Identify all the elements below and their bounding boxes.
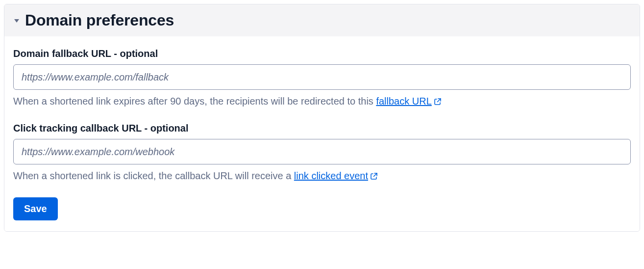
callback-url-help-link[interactable]: link clicked event xyxy=(294,170,378,181)
external-link-icon xyxy=(370,171,378,183)
svg-marker-0 xyxy=(14,19,19,23)
panel-header[interactable]: Domain preferences xyxy=(4,4,640,36)
panel-body: Domain fallback URL - optional When a sh… xyxy=(4,36,640,231)
callback-url-input[interactable] xyxy=(13,139,631,164)
panel-title: Domain preferences xyxy=(25,11,174,29)
fallback-url-label: Domain fallback URL - optional xyxy=(13,48,631,59)
domain-preferences-panel: Domain preferences Domain fallback URL -… xyxy=(4,4,640,232)
fallback-url-help: When a shortened link expires after 90 d… xyxy=(13,96,631,108)
callback-url-help: When a shortened link is clicked, the ca… xyxy=(13,170,631,183)
fallback-url-input[interactable] xyxy=(13,64,631,90)
fallback-url-help-link[interactable]: fallback URL xyxy=(376,96,441,107)
help-text-prefix: When a shortened link is clicked, the ca… xyxy=(13,170,294,181)
callback-url-label: Click tracking callback URL - optional xyxy=(13,123,631,134)
save-button[interactable]: Save xyxy=(13,197,58,220)
external-link-icon xyxy=(434,97,442,108)
link-text: link clicked event xyxy=(294,170,368,181)
help-text-prefix: When a shortened link expires after 90 d… xyxy=(13,96,376,107)
fallback-url-group: Domain fallback URL - optional When a sh… xyxy=(13,48,631,108)
callback-url-group: Click tracking callback URL - optional W… xyxy=(13,123,631,183)
chevron-down-icon xyxy=(13,17,20,24)
link-text: fallback URL xyxy=(376,96,431,107)
